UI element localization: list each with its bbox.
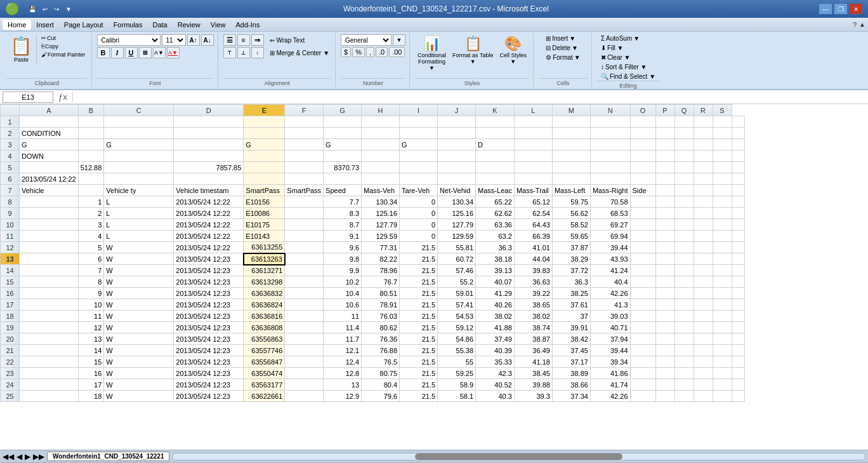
table-cell[interactable] xyxy=(362,116,400,128)
delete-btn[interactable]: ⊟ Delete ▼ xyxy=(543,44,583,52)
table-cell[interactable]: 2013/05/24 12:23 xyxy=(174,311,244,322)
table-cell[interactable] xyxy=(713,276,732,288)
table-cell[interactable] xyxy=(174,151,244,162)
table-cell[interactable]: L xyxy=(104,231,174,242)
table-cell[interactable]: 69.94 xyxy=(590,231,630,242)
table-cell[interactable] xyxy=(400,116,438,128)
table-cell[interactable]: 2013/05/24 12:23 xyxy=(174,368,244,379)
table-cell[interactable]: 21.5 xyxy=(400,253,438,265)
table-cell[interactable] xyxy=(674,276,694,288)
table-cell[interactable]: 11 xyxy=(78,311,104,322)
col-header-S[interactable]: S xyxy=(713,105,732,116)
merge-center-btn[interactable]: ⊞ Merge & Center ▼ xyxy=(268,49,332,57)
table-cell[interactable] xyxy=(655,219,674,231)
table-cell[interactable]: 63613271 xyxy=(244,265,285,276)
table-cell[interactable]: G xyxy=(104,139,174,151)
table-cell[interactable] xyxy=(713,299,732,311)
table-cell[interactable] xyxy=(713,345,732,356)
table-cell[interactable]: 2013/05/24 12:23 xyxy=(174,391,244,402)
table-cell[interactable]: 21.5 xyxy=(400,333,438,345)
table-cell[interactable]: W xyxy=(104,299,174,311)
table-cell[interactable] xyxy=(713,219,732,231)
table-cell[interactable]: Speed xyxy=(324,185,362,196)
table-cell[interactable] xyxy=(713,116,732,128)
table-cell[interactable] xyxy=(674,345,694,356)
redo-quick-btn[interactable]: ↪ xyxy=(52,6,61,13)
table-cell[interactable] xyxy=(713,253,732,265)
table-cell[interactable]: 2013/05/24 12:23 xyxy=(174,333,244,345)
table-cell[interactable]: L xyxy=(104,208,174,219)
table-cell[interactable]: W xyxy=(104,322,174,333)
table-cell[interactable] xyxy=(174,173,244,185)
col-header-M[interactable]: M xyxy=(552,105,590,116)
table-cell[interactable]: 16 xyxy=(78,368,104,379)
shrink-font-btn[interactable]: A↓ xyxy=(201,34,214,46)
table-cell[interactable] xyxy=(476,151,515,162)
table-cell[interactable] xyxy=(244,128,285,139)
table-cell[interactable] xyxy=(104,162,174,173)
table-cell[interactable] xyxy=(713,333,732,345)
table-cell[interactable] xyxy=(104,173,174,185)
table-cell[interactable]: 9 xyxy=(78,288,104,299)
table-cell[interactable]: 40.39 xyxy=(476,345,515,356)
table-cell[interactable]: 4 xyxy=(78,231,104,242)
table-cell[interactable] xyxy=(655,322,674,333)
table-cell[interactable] xyxy=(713,185,732,196)
table-cell[interactable]: 38.65 xyxy=(514,299,552,311)
table-cell[interactable] xyxy=(694,276,713,288)
increase-decimal-btn[interactable]: .00 xyxy=(389,47,405,57)
table-cell[interactable] xyxy=(694,208,713,219)
table-cell[interactable]: 9.8 xyxy=(324,253,362,265)
table-cell[interactable] xyxy=(285,151,324,162)
table-cell[interactable] xyxy=(630,276,655,288)
table-cell[interactable]: 41.18 xyxy=(514,356,552,368)
table-cell[interactable] xyxy=(514,173,552,185)
table-cell[interactable]: CONDITION xyxy=(20,128,79,139)
table-cell[interactable] xyxy=(713,322,732,333)
table-cell[interactable]: 10 xyxy=(78,299,104,311)
table-cell[interactable]: 12 xyxy=(78,322,104,333)
table-cell[interactable]: G xyxy=(324,139,362,151)
table-cell[interactable]: 39.3 xyxy=(514,391,552,402)
fill-color-btn[interactable]: A▼ xyxy=(153,47,166,58)
table-cell[interactable]: 2013/05/24 12:22 xyxy=(174,219,244,231)
table-cell[interactable]: 65.22 xyxy=(476,196,515,208)
col-header-F[interactable]: F xyxy=(285,105,324,116)
table-cell[interactable]: 40.3 xyxy=(476,391,515,402)
table-cell[interactable]: 130.34 xyxy=(438,196,476,208)
fill-btn[interactable]: ⬇ Fill ▼ xyxy=(598,44,658,52)
table-cell[interactable] xyxy=(694,185,713,196)
table-cell[interactable] xyxy=(630,139,655,151)
insert-btn[interactable]: ⊞ Insert ▼ xyxy=(543,34,583,43)
col-header-C[interactable]: C xyxy=(104,105,174,116)
horizontal-scrollbar[interactable] xyxy=(172,453,865,460)
table-cell[interactable] xyxy=(104,128,174,139)
window-controls[interactable]: — ❐ ✕ xyxy=(819,3,863,15)
table-cell[interactable]: 63613255 xyxy=(244,242,285,253)
table-cell[interactable]: 18 xyxy=(78,391,104,402)
table-cell[interactable]: 41.74 xyxy=(590,379,630,391)
table-cell[interactable] xyxy=(630,219,655,231)
table-cell[interactable] xyxy=(174,116,244,128)
table-cell[interactable]: DOWN xyxy=(20,151,79,162)
wrap-text-btn[interactable]: ⇐ Wrap Text xyxy=(268,36,307,44)
table-cell[interactable]: G xyxy=(244,139,285,151)
table-cell[interactable]: 63636824 xyxy=(244,299,285,311)
table-cell[interactable] xyxy=(713,242,732,253)
table-cell[interactable] xyxy=(20,242,79,253)
quick-access-toolbar[interactable]: 🟢 💾 ↩ ↪ ▼ xyxy=(5,2,74,16)
table-cell[interactable] xyxy=(674,356,694,368)
table-cell[interactable]: 57.46 xyxy=(438,265,476,276)
table-cell[interactable] xyxy=(655,276,674,288)
table-cell[interactable]: 37.61 xyxy=(552,299,590,311)
table-cell[interactable]: 14 xyxy=(78,345,104,356)
table-cell[interactable]: W xyxy=(104,368,174,379)
table-cell[interactable]: 512.88 xyxy=(78,162,104,173)
table-cell[interactable]: 39.03 xyxy=(590,311,630,322)
table-cell[interactable] xyxy=(285,231,324,242)
table-cell[interactable]: 11.7 xyxy=(324,333,362,345)
table-cell[interactable] xyxy=(694,139,713,151)
table-cell[interactable]: W xyxy=(104,242,174,253)
table-cell[interactable]: 55 xyxy=(438,356,476,368)
table-cell[interactable]: W xyxy=(104,265,174,276)
